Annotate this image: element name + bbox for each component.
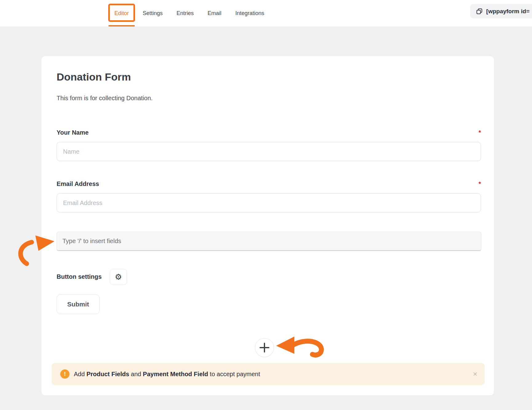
copy-shortcode-button[interactable]: [wppayform id= [470, 4, 532, 18]
tab-editor[interactable]: Editor [114, 0, 129, 26]
tab-entries-label: Entries [177, 10, 194, 17]
required-asterisk: * [478, 180, 481, 187]
insert-fields-hint: Type '/' to insert fields [62, 238, 121, 245]
shortcode-label: [wppayform id= [486, 8, 530, 15]
banner-close-button[interactable]: × [473, 370, 477, 378]
submit-button[interactable]: Submit [57, 294, 100, 314]
form-description[interactable]: This form is for collecting Donation. [57, 95, 153, 102]
name-field-label-row: Your Name * [57, 129, 481, 136]
plus-icon [260, 343, 269, 353]
name-field-label: Your Name [57, 129, 89, 136]
banner-text: Add Product Fields and Payment Method Fi… [74, 371, 260, 378]
tab-settings-label: Settings [143, 10, 163, 17]
form-preview-card: Donation Form This form is for collectin… [42, 56, 494, 395]
add-field-button[interactable] [255, 338, 274, 357]
nav-tabs: Editor Settings Entries Email Integratio… [114, 0, 264, 26]
form-title[interactable]: Donation Form [57, 71, 131, 83]
tab-entries[interactable]: Entries [177, 0, 194, 26]
tab-settings[interactable]: Settings [143, 0, 163, 26]
tab-editor-label: Editor [114, 10, 129, 17]
active-tab-underline [109, 25, 135, 26]
name-input[interactable] [57, 142, 481, 161]
email-field-label-row: Email Address * [57, 180, 481, 187]
payment-warning-banner: ! Add Product Fields and Payment Method … [52, 363, 485, 385]
email-input[interactable] [57, 193, 481, 212]
required-asterisk: * [478, 129, 481, 136]
tab-email[interactable]: Email [208, 0, 221, 26]
tab-integrations-label: Integrations [235, 10, 264, 17]
gear-icon: ⚙ [115, 273, 122, 281]
email-field-label: Email Address [57, 180, 99, 187]
top-navigation-bar: Editor Settings Entries Email Integratio… [0, 0, 532, 26]
copy-icon [476, 8, 483, 15]
button-settings-label: Button settings [57, 273, 102, 280]
tab-email-label: Email [208, 10, 221, 17]
alert-icon: ! [60, 369, 69, 379]
button-settings-button[interactable]: ⚙ [110, 269, 127, 285]
tab-integrations[interactable]: Integrations [235, 0, 264, 26]
insert-fields-editor[interactable]: Type '/' to insert fields [57, 232, 481, 251]
banner-bold-product-fields: Product Fields [86, 371, 129, 377]
submit-button-label: Submit [67, 301, 89, 308]
form-editor-page: Editor Settings Entries Email Integratio… [0, 0, 532, 410]
banner-bold-payment-method: Payment Method Field [143, 371, 208, 377]
